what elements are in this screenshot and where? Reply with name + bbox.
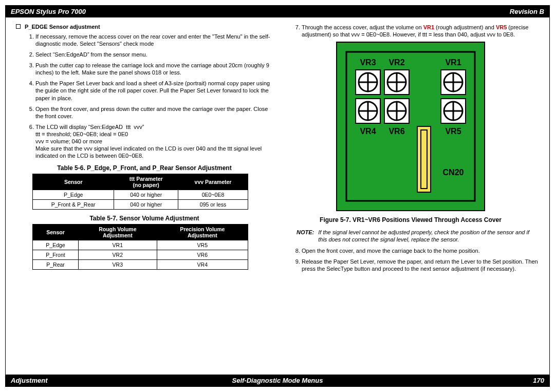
t56-c: P_Front & P_Rear [33, 200, 114, 210]
board-label: CN20 [443, 168, 464, 177]
t57-c: P_Rear [33, 260, 79, 270]
t57-h1: Rough Volume Adjustment [79, 225, 157, 240]
vr5-label: VR5 [496, 24, 507, 30]
table-row: P_Front & P_Rear 040 or higher 095 or le… [33, 200, 248, 210]
procedure-list-right-7: Through the access cover, adjust the vol… [282, 24, 539, 38]
potentiometer-icon [441, 99, 466, 123]
step-6-sub2: vvv = volume; 040 or more [35, 138, 273, 145]
step-4: Push the Paper Set Lever back and load a… [35, 80, 273, 101]
step-6-main: The LCD will display “Sen:EdgeAD ttt vvv… [35, 124, 144, 130]
note-text: If the signal level cannot be adjusted p… [318, 229, 539, 243]
t57-h0: Sensor [33, 225, 79, 240]
t56-c: 095 or less [178, 200, 248, 210]
step-1: If necessary, remove the access cover on… [35, 33, 273, 47]
step-2: Select “Sen:EdgeAD” from the sensor menu… [35, 51, 273, 58]
t57-c: VR6 [157, 250, 248, 260]
table-5-6-caption: Table 5-6. P_Edge, P_Front, and P_Rear S… [16, 164, 273, 172]
step-6: The LCD will display “Sen:EdgeAD ttt vvv… [35, 123, 273, 159]
t57-c: VR2 [79, 250, 157, 260]
board-label: VR4 [360, 127, 376, 136]
step-7-mid1: (rough adjustment) and [434, 24, 496, 30]
board-label: VR6 [388, 127, 404, 136]
step-5: Open the front cover, and press down the… [35, 105, 273, 120]
step-6-sub3: Make sure that the vvv signal level indi… [35, 145, 273, 159]
board-label: VR5 [445, 127, 461, 136]
section-title: P_EDGE Sensor adjustment [25, 24, 100, 30]
t56-c: 040 or higher [114, 190, 178, 200]
t57-c: VR1 [79, 240, 157, 250]
procedure-list-right-8: Open the front cover, and move the carri… [282, 247, 539, 272]
step-7-pre: Through the access cover, adjust the vol… [302, 24, 423, 30]
note-block: NOTE: If the signal level cannot be adju… [297, 229, 539, 243]
t56-c: P_Edge [33, 190, 114, 200]
page-frame: EPSON Stylus Pro 7000 Revision B P_EDGE … [5, 5, 550, 387]
t56-h0: Sensor [33, 174, 114, 190]
footer-left: Adjustment [11, 377, 48, 384]
table-row: P_Rear VR3 VR4 [33, 260, 248, 270]
table-row: P_Front VR2 VR6 [33, 250, 248, 260]
potentiometer-icon [356, 70, 380, 95]
circuit-board-icon: VR3 VR2 VR1 [336, 42, 485, 211]
header-right: Revision B [510, 8, 544, 15]
t57-h2: Precision Volume Adjustment [157, 225, 248, 240]
note-label: NOTE: [297, 229, 314, 243]
figure-5-7: VR3 VR2 VR1 [282, 42, 539, 211]
checkbox-icon [16, 24, 21, 29]
page-body: P_EDGE Sensor adjustment If necessary, r… [6, 17, 549, 375]
right-column: Through the access cover, adjust the vol… [282, 24, 539, 370]
footer-page-number: 170 [533, 377, 544, 384]
board-label: VR2 [388, 58, 404, 67]
svg-rect-0 [337, 42, 485, 211]
board-label: VR1 [445, 58, 461, 67]
step-7: Through the access cover, adjust the vol… [302, 24, 539, 38]
table-row: P_Edge VR1 VR5 [33, 240, 248, 250]
figure-caption: Figure 5-7. VR1~VR6 Positions Viewed Thr… [282, 216, 539, 223]
page-footer: Adjustment Self-Diagnostic Mode Menus 17… [6, 375, 549, 386]
footer-center: Self-Diagnostic Mode Menus [6, 377, 549, 384]
step-3: Push the cutter cap to release the carri… [35, 62, 273, 76]
table-row: P_Edge 040 or higher 0E0~0E8 [33, 190, 248, 200]
board-label: VR3 [360, 58, 376, 67]
table-5-7: Sensor Rough Volume Adjustment Precision… [32, 224, 248, 270]
potentiometer-icon [384, 99, 409, 123]
t56-h2: vvv Parameter [178, 174, 248, 190]
potentiometer-icon [356, 99, 380, 123]
potentiometer-icon [384, 70, 409, 95]
step-9: Release the Paper Set Lever, remove the … [302, 258, 539, 272]
t57-c: VR3 [79, 260, 157, 270]
left-column: P_EDGE Sensor adjustment If necessary, r… [16, 24, 273, 370]
t56-h1: ttt Parameter (no paper) [114, 174, 178, 190]
t57-c: P_Edge [33, 240, 79, 250]
t56-c: 0E0~0E8 [178, 190, 248, 200]
section-heading: P_EDGE Sensor adjustment [16, 24, 273, 30]
page-header: EPSON Stylus Pro 7000 Revision B [6, 6, 549, 17]
potentiometer-icon [441, 70, 466, 95]
connector-icon [417, 126, 431, 192]
header-left: EPSON Stylus Pro 7000 [11, 8, 86, 15]
t57-c: P_Front [33, 250, 79, 260]
table-5-6: Sensor ttt Parameter (no paper) vvv Para… [32, 174, 248, 210]
step-8: Open the front cover, and move the carri… [302, 247, 539, 254]
procedure-list-left: If necessary, remove the access cover on… [16, 33, 273, 159]
table-5-7-caption: Table 5-7. Sensor Volume Adjustment [16, 215, 273, 222]
step-6-sub1: ttt = threshold; 0E0~0E8; ideal = 0E0 [35, 130, 273, 138]
t57-c: VR4 [157, 260, 248, 270]
t56-c: 040 or higher [114, 200, 178, 210]
vr1-label: VR1 [423, 24, 434, 30]
t57-c: VR5 [157, 240, 248, 250]
